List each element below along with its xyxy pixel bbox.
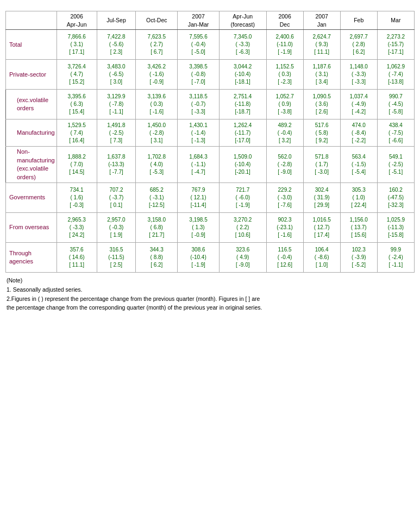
- table-row: Manufacturing1,529.5 ( 7.4) [ 16.4]1,491…: [6, 119, 415, 147]
- cell-r7-c4: 323.6 ( 4.9) [ -9.0]: [219, 242, 266, 272]
- cell-r3-c6: 517.6 ( 5.8) [ 9.2]: [303, 119, 340, 147]
- cell-r2-c1: 3,129.9 ( -7.8) [ -1.1]: [97, 90, 136, 119]
- table-row: Governments734.1 ( 1.6) [ -0.3]707.2 ( -…: [6, 182, 415, 212]
- cell-r5-c8: 160.2 (-47.5) [-32.3]: [377, 182, 414, 212]
- cell-r4-c1: 1,637.8 (-13.3) [ -7.7]: [97, 147, 136, 183]
- cell-r6-c4: 3,270.2 ( 2.2) [ 10.6]: [219, 212, 266, 242]
- cell-r3-c5: 489.2 ( -0.4) [ 3.2]: [266, 119, 303, 147]
- cell-r2-c0: 3,395.6 ( 6.3) [ 15.4]: [57, 90, 97, 119]
- note-1: 1. Seasonally adjusted series.: [7, 285, 415, 294]
- col1-header: 2006Apr-Jun: [57, 11, 97, 30]
- cell-r0-c2: 7,623.5 ( 2.7) [ 6.7]: [136, 30, 178, 60]
- cell-r5-c4: 721.7 ( -6.0) [ -1.9]: [219, 182, 266, 212]
- row-label-2: (exc.volatile orders: [6, 90, 57, 119]
- row-label-7: Through agencies: [6, 242, 57, 272]
- cell-r6-c5: 902.3 (-23.1) [ -1.6]: [266, 212, 303, 242]
- cell-r3-c1: 1,491.8 ( -2.5) [ 7.3]: [97, 119, 136, 147]
- cell-r0-c1: 7,422.8 ( -5.6) [ 2.3]: [97, 30, 136, 60]
- cell-r0-c6: 2,624.7 ( 9.3) [ 11.1]: [303, 30, 340, 60]
- cell-r3-c0: 1,529.5 ( 7.4) [ 16.4]: [57, 119, 97, 147]
- cell-r7-c1: 316.5 (-11.5) [ 2.5]: [97, 242, 136, 272]
- cell-r1-c4: 3,044.2 (-10.4) [-18.1]: [219, 60, 266, 90]
- cell-r7-c2: 344.3 ( 8.8) [ 6.2]: [136, 242, 178, 272]
- cell-r3-c4: 1,262.4 (-11.7) [-17.0]: [219, 119, 266, 147]
- cell-r2-c8: 990.7 ( -4.5) [ -5.8]: [377, 90, 414, 119]
- cell-r6-c0: 2,965.3 ( -3.3) [ 24.2]: [57, 212, 97, 242]
- col2-header: Jul-Sep: [97, 11, 136, 30]
- col8-header: Feb: [340, 11, 377, 30]
- col4-header: 2007Jan-Mar: [178, 11, 220, 30]
- row-label-0: Total: [6, 30, 57, 60]
- cell-r1-c0: 3,726.4 ( 4.7) [ 15.2]: [57, 60, 97, 90]
- cell-r5-c0: 734.1 ( 1.6) [ -0.3]: [57, 182, 97, 212]
- cell-r3-c7: 474.0 ( -8.4) [ -2.2]: [340, 119, 377, 147]
- cell-r7-c8: 99.9 ( -2.4) [ -1.1]: [377, 242, 414, 272]
- table-row: From overseas2,965.3 ( -3.3) [ 24.2]2,95…: [6, 212, 415, 242]
- row-label-5: Governments: [6, 182, 57, 212]
- cell-r4-c6: 571.8 ( 1.7) [ -3.0]: [303, 147, 340, 183]
- cell-r4-c8: 549.1 ( -2.5) [ -5.1]: [377, 147, 414, 183]
- cell-r2-c4: 2,751.4 (-11.8) [-18.7]: [219, 90, 266, 119]
- cell-r0-c3: 7,595.6 ( -0.4) [ -5.0]: [178, 30, 220, 60]
- header-row: 2006Apr-Jun Jul-Sep Oct-Dec 2007Jan-Mar …: [6, 11, 415, 30]
- row-label-1: Private-sector: [6, 60, 57, 90]
- cell-r6-c6: 1,016.5 ( 12.7) [ 17.4]: [303, 212, 340, 242]
- cell-r1-c1: 3,483.0 ( -6.5) [ 3.0]: [97, 60, 136, 90]
- cell-r4-c4: 1,509.0 (-10.4) [-20.1]: [219, 147, 266, 183]
- cell-r6-c8: 1,025.9 (-11.3) [-15.8]: [377, 212, 414, 242]
- cell-r5-c7: 305.3 ( 1.0) [ 22.4]: [340, 182, 377, 212]
- label-header: [6, 11, 57, 30]
- cell-r2-c3: 3,118.5 ( -0.7) [ -3.3]: [178, 90, 220, 119]
- cell-r7-c7: 102.3 ( -3.9) [ -5.2]: [340, 242, 377, 272]
- cell-r4-c0: 1,888.2 ( 7.0) [ 14.5]: [57, 147, 97, 183]
- col5-header: Apr-Jun(forecast): [219, 11, 266, 30]
- cell-r3-c8: 438.4 ( -7.5) [ -6.6]: [377, 119, 414, 147]
- cell-r5-c3: 767.9 ( 12.1) [-11.4]: [178, 182, 220, 212]
- table-row: Non-manufacturing (exc.volatile orders)1…: [6, 147, 415, 183]
- cell-r5-c6: 302.4 ( 31.9) [ 29.9]: [303, 182, 340, 212]
- table-body: Total7,866.6 ( 3.1) [ 17.1]7,422.8 ( -5.…: [6, 30, 415, 273]
- cell-r7-c0: 357.6 ( 14.6) [ 11.1]: [57, 242, 97, 272]
- row-label-6: From overseas: [6, 212, 57, 242]
- col7-header: 2007Jan: [303, 11, 340, 30]
- col9-header: Mar: [377, 11, 414, 30]
- cell-r3-c2: 1,450.0 ( -2.8) [ 3.1]: [136, 119, 178, 147]
- cell-r2-c2: 3,139.6 ( 0.3) [ -1.6]: [136, 90, 178, 119]
- cell-r5-c1: 707.2 ( -3.7) [ 0.1]: [97, 182, 136, 212]
- col3-header: Oct-Dec: [136, 11, 178, 30]
- note-0: (Note): [7, 276, 415, 285]
- cell-r5-c2: 685.2 ( -3.1) [-12.5]: [136, 182, 178, 212]
- cell-r7-c3: 308.6 (-10.4) [ -1.9]: [178, 242, 220, 272]
- notes-section: (Note)1. Seasonally adjusted series.2.Fi…: [5, 276, 415, 312]
- cell-r6-c3: 3,198.5 ( 1.3) [ -0.9]: [178, 212, 220, 242]
- cell-r2-c6: 1,090.5 ( 3.6) [ 2.6]: [303, 90, 340, 119]
- cell-r7-c5: 116.5 ( -0.4) [ 12.6]: [266, 242, 303, 272]
- cell-r0-c5: 2,400.6 (-11.0) [ -1.9]: [266, 30, 303, 60]
- table-row: Private-sector3,726.4 ( 4.7) [ 15.2]3,48…: [6, 60, 415, 90]
- cell-r3-c3: 1,430.1 ( -1.4) [ -1.3]: [178, 119, 220, 147]
- row-label-4: Non-manufacturing (exc.volatile orders): [6, 147, 57, 183]
- table-row: Through agencies357.6 ( 14.6) [ 11.1]316…: [6, 242, 415, 272]
- cell-r6-c2: 3,158.0 ( 6.8) [ 21.7]: [136, 212, 178, 242]
- note-3: the percentage change from the correspon…: [7, 303, 415, 312]
- cell-r6-c7: 1,156.0 ( 13.7) [ 15.6]: [340, 212, 377, 242]
- cell-r1-c8: 1,062.9 ( -7.4) [-13.8]: [377, 60, 414, 90]
- cell-r1-c6: 1,187.6 ( 3.1) [ 3.4]: [303, 60, 340, 90]
- note-2: 2.Figures in ( ) represent the percentag…: [7, 294, 415, 304]
- main-table: 2006Apr-Jun Jul-Sep Oct-Dec 2007Jan-Mar …: [5, 11, 415, 273]
- cell-r1-c5: 1,152.5 ( 0.3) [ -2.3]: [266, 60, 303, 90]
- cell-r1-c7: 1,148.0 ( -3.3) [ -3.3]: [340, 60, 377, 90]
- col6-header: 2006Dec: [266, 11, 303, 30]
- cell-r1-c3: 3,398.5 ( -0.8) [ -7.0]: [178, 60, 220, 90]
- table-row: Total7,866.6 ( 3.1) [ 17.1]7,422.8 ( -5.…: [6, 30, 415, 60]
- cell-r2-c5: 1,052.7 ( 0.9) [ -3.8]: [266, 90, 303, 119]
- cell-r0-c7: 2,697.7 ( 2.8) [ 6.2]: [340, 30, 377, 60]
- cell-r2-c7: 1,037.4 ( -4.9) [ -4.2]: [340, 90, 377, 119]
- cell-r4-c3: 1,684.3 ( -1.1) [ -4.7]: [178, 147, 220, 183]
- cell-r0-c4: 7,345.0 ( -3.3) [ -6.3]: [219, 30, 266, 60]
- cell-r4-c5: 562.0 ( -2.8) [ -9.0]: [266, 147, 303, 183]
- cell-r7-c6: 106.4 ( -8.6) [ 1.0]: [303, 242, 340, 272]
- cell-r5-c5: 229.2 ( -3.0) [ -7.6]: [266, 182, 303, 212]
- row-label-3: Manufacturing: [6, 119, 57, 147]
- cell-r6-c1: 2,957.0 ( -0.3) [ 1.9]: [97, 212, 136, 242]
